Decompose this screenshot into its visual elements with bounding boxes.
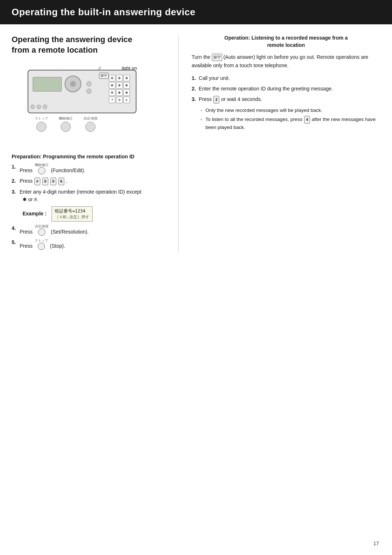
right-steps-list: 1. Call your unit. 2. Enter the remote o… [192,74,380,131]
right-sub-bullets: ◦ Only the new recorded messages will be… [192,106,380,131]
page-header: Operating the built-in answering device [0,0,392,24]
device-keypad: ① ② ③ ④ ⑤ ⑥ ⑦ ⑧ ⑨ ＊ ０ # [109,75,130,103]
example-row: Example : 暗証番号=1234 ［４桁,決定］押す [23,206,167,222]
auto-answer-indicator: 留守 [99,73,109,79]
right-step-2: 2. Enter the remote operation ID during … [192,85,380,93]
stop-btn [36,122,46,132]
right-step-3: 3. Press 2 or wait 4 seconds. [192,96,380,104]
sub-bullet-1: ◦ Only the new recorded messages will be… [200,106,380,114]
bottom-buttons-row: ストップ 機能/修正 決定/画質 [35,116,151,132]
section-title: Operating the answering device from a re… [12,35,167,55]
left-column: Operating the answering device from a re… [12,35,179,253]
auto-answer-icon-right: 留守 [212,54,222,61]
step-4: 4. Press 決定/画質 (Set/Resolution). [12,224,167,236]
key-0a: 0 [42,178,48,185]
right-section-title: Operation: Listening to a recorded messa… [192,35,380,49]
stop-button-group: ストップ [35,116,48,132]
device-display [33,77,62,92]
example-box: 暗証番号=1234 ［４桁,決定］押す [52,206,93,222]
func-edit-button-group: 機能/修正 [59,116,73,132]
page-title: Operating the built-in answering device [12,7,195,17]
page-number: 17 [373,540,379,546]
stop-btn-inline: ストップ [35,239,48,250]
func-edit-btn [61,122,71,132]
set-res-button-group: 決定/画質 [83,116,98,132]
device-diagram: / / light on ① ② [28,70,151,132]
right-column: Operation: Listening to a recorded messa… [179,35,380,253]
right-intro-text: Turn the 留守 (Auto answer) light on befor… [192,53,380,69]
set-res-btn [85,122,95,132]
key-hash: # [34,178,40,185]
sub-bullet-2: ◦ To listen to all the recorded messages… [200,116,380,131]
step-1: 1. Press 機能/修正 (Function/Edit). [12,163,167,174]
steps-list: 1. Press 機能/修正 (Function/Edit). 2. Press… [12,163,167,250]
device-nav [65,76,83,94]
set-res-btn-inline: 決定/画質 [35,224,49,236]
key-2: 2 [213,96,219,104]
key-6: 6 [58,178,64,185]
page-content: Operating the answering device from a re… [0,24,392,264]
func-edit-btn-inline: 機能/修正 [35,163,49,174]
prep-title: Preparation: Programming the remote oper… [12,154,167,159]
step-3: 3. Enter any 4-digit number (remote oper… [12,188,167,203]
step-2: 2. Press # 0 0 6 . [12,177,167,185]
step-5: 5. Press ストップ (Stop). [12,239,167,250]
device-body: ① ② ③ ④ ⑤ ⑥ ⑦ ⑧ ⑨ ＊ ０ # [28,70,136,113]
key-0b: 0 [50,178,56,185]
right-step-1: 1. Call your unit. [192,74,380,82]
key-4: 4 [304,116,310,124]
